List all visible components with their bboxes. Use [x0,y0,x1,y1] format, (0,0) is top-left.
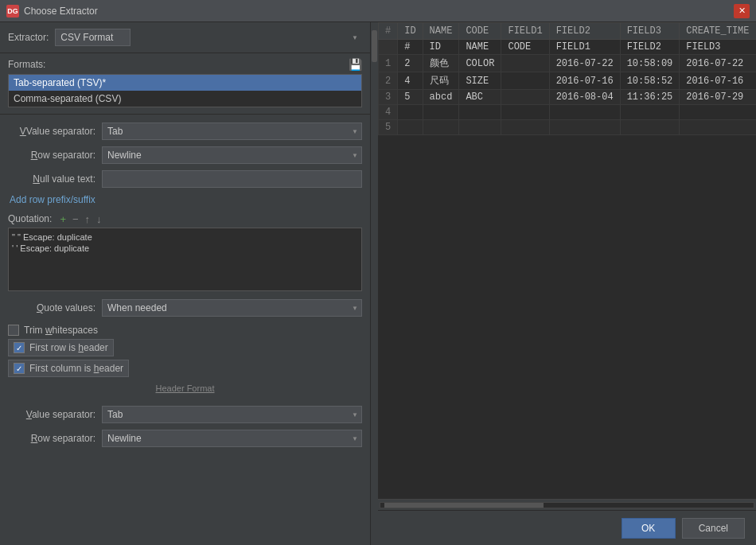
cell-name [423,120,459,135]
bottom-bar: OK Cancel [378,510,756,545]
cell-field3: 11:36:25 [620,90,680,105]
data-table: # ID NAME CODE FIELD1 FIELD2 FIELD3 CREA… [378,22,756,135]
value-separator-select-wrapper: Tab Comma Semicolon [102,123,362,140]
cell-id: # [398,40,423,55]
value-separator-2-select-wrapper: Tab Comma [102,406,362,423]
header-format-section: Header Format [0,380,370,399]
extractor-select[interactable]: CSV Format [55,29,131,46]
cell-create [680,105,756,120]
first-col-header-label: First column is header [29,363,123,374]
right-panel: # ID NAME CODE FIELD1 FIELD2 FIELD3 CREA… [378,22,756,545]
cell-code: NAME [459,40,501,55]
formats-label: Formats: [8,59,45,70]
cell-field3 [620,120,680,135]
header-format-link[interactable]: Header Format [156,383,215,393]
cell-id [398,105,423,120]
close-button[interactable]: ✕ [734,4,750,18]
quotation-down-button[interactable]: ↓ [95,214,103,224]
window-title: Choose Extractor [24,6,98,17]
cell-rownum: 5 [379,120,398,135]
quotation-item-single[interactable]: ' ' Escape: duplicate [12,243,358,254]
add-row-link[interactable]: Add row prefix/suffix [10,194,95,205]
quotation-up-button[interactable]: ↑ [84,214,92,224]
row-separator-label: Row separator: [8,150,95,161]
settings-section: VValue separator: Tab Comma Semicolon Ro… [0,116,370,194]
first-row-header-checkbox[interactable]: ✓ [14,342,25,353]
left-scrollbar[interactable] [370,22,378,545]
trim-whitespaces-checkbox[interactable] [8,325,19,336]
row-separator-row: Row separator: Newline CR+LF [8,146,362,164]
cell-field3: 10:58:52 [620,72,680,90]
cell-id: 4 [398,72,423,90]
horizontal-scrollbar[interactable] [378,499,756,510]
table-row: 1 2 颜色 COLOR 2016-07-22 10:58:09 2016-07… [379,55,757,72]
add-row-section: Add row prefix/suffix [0,194,370,210]
cell-id: 2 [398,55,423,72]
cell-code: SIZE [459,72,501,90]
row-separator-select-wrapper: Newline CR+LF [102,146,362,164]
formats-header: Formats: 💾 [8,58,362,71]
cell-name: abcd [423,90,459,105]
checkbox-section: Trim whitespaces ✓ First row is header ✓… [0,321,370,380]
cell-rownum: 3 [379,90,398,105]
ok-button[interactable]: OK [622,518,676,539]
row-separator-2-select[interactable]: Newline CR+LF [102,430,362,447]
cell-name: 颜色 [423,55,459,72]
row-separator-2-label: Row separator: [8,433,95,444]
cell-field1 [501,120,549,135]
formats-list: Tab-separated (TSV)* Comma-separated (CS… [8,74,362,107]
quote-values-row: Quote values: When needed Always Never [0,294,370,321]
quote-values-select-wrapper: When needed Always Never [102,299,362,317]
cell-id: 5 [398,90,423,105]
col-header-rownum: # [379,23,398,40]
col-header-field2: FIELD2 [549,23,620,40]
col-header-field1: FIELD1 [501,23,549,40]
quotation-section: Quotation: + − ↑ ↓ " " Escape: duplicate… [0,210,370,294]
cell-create: 2016-07-22 [680,55,756,72]
cell-code [459,120,501,135]
cancel-button[interactable]: Cancel [682,518,745,539]
value-separator-2-select[interactable]: Tab Comma [102,406,362,423]
h-scrollbar-thumb [384,503,544,508]
table-row: 4 [379,105,757,120]
cell-field3: 10:58:09 [620,55,680,72]
first-col-header-checkbox[interactable]: ✓ [14,363,25,374]
cell-field1 [501,72,549,90]
format-item-csv[interactable]: Comma-separated (CSV) [9,91,361,107]
cell-field1: CODE [501,40,549,55]
formats-save-button[interactable]: 💾 [349,58,362,71]
value-separator-select[interactable]: Tab Comma Semicolon [102,123,362,140]
col-header-field3: FIELD3 [620,23,680,40]
quotation-header: Quotation: + − ↑ ↓ [8,213,362,224]
main-container: Extractor: CSV Format Formats: 💾 Tab-sep… [0,22,756,545]
quotation-remove-button[interactable]: − [71,214,80,224]
null-value-input[interactable] [102,170,362,188]
format-item-tsv[interactable]: Tab-separated (TSV)* [9,75,361,91]
cell-field2: 2016-07-16 [549,72,620,90]
col-header-code: CODE [459,23,501,40]
quotation-item-double[interactable]: " " Escape: duplicate [12,232,358,243]
first-col-header-highlight: ✓ First column is header [8,360,129,377]
first-row-header-row: ✓ First row is header [8,339,362,356]
cell-field3: FIELD2 [620,40,680,55]
cell-field1 [501,90,549,105]
quote-values-select[interactable]: When needed Always Never [102,299,362,317]
cell-name [423,105,459,120]
col-header-name: NAME [423,23,459,40]
cell-field3 [620,105,680,120]
left-panel-wrapper: Extractor: CSV Format Formats: 💾 Tab-sep… [0,22,378,545]
data-table-container[interactable]: # ID NAME CODE FIELD1 FIELD2 FIELD3 CREA… [378,22,756,499]
cell-field2: FIELD1 [549,40,620,55]
row-separator-select[interactable]: Newline CR+LF [102,146,362,164]
h-scrollbar-track [380,502,754,508]
cell-rownum: 1 [379,55,398,72]
extractor-label: Extractor: [8,32,49,43]
cell-rownum [379,40,398,55]
first-row-header-highlight: ✓ First row is header [8,339,114,356]
cell-id [398,120,423,135]
cell-code [459,105,501,120]
quotation-add-button[interactable]: + [58,214,68,224]
left-scrollbar-thumb [372,30,377,62]
col-header-id: ID [398,23,423,40]
row-separator-2-select-wrapper: Newline CR+LF [102,430,362,447]
